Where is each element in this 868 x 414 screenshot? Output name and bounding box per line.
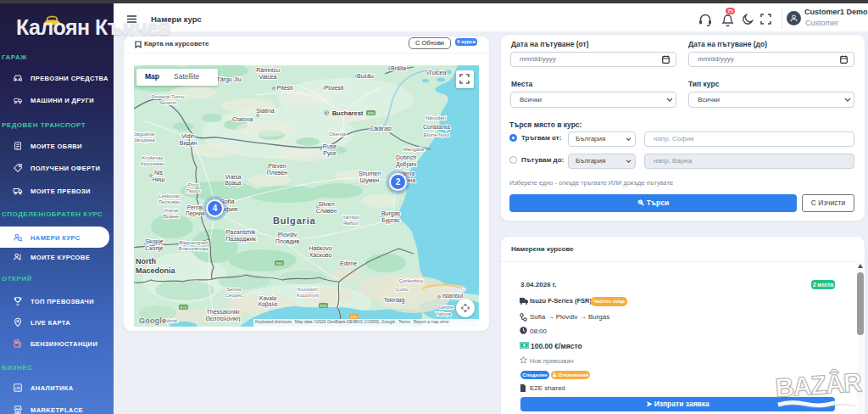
svg-text:Veria: Veria [165,318,177,323]
svg-text:Năvodari: Năvodari [426,115,446,120]
svg-text:Tekirdağ: Tekirdağ [384,297,405,304]
svg-text:Сливен: Сливен [316,208,337,214]
svg-text:Враца: Враца [225,180,242,187]
svg-text:E85: E85 [368,111,375,115]
svg-text:Бургас: Бургас [381,217,400,224]
svg-text:Bucharest: Bucharest [332,109,364,117]
svg-text:Gebze: Gebze [438,305,453,310]
svg-text:Шумен: Шумен [360,177,380,184]
svg-text:Vranje: Vranje [164,208,179,213]
svg-text:Благоевград: Благоевград [179,246,209,251]
svg-text:Serres: Serres [226,287,242,292]
svg-text:Vratsa: Vratsa [225,174,242,180]
svg-text:Râmnicu: Râmnicu [256,67,280,73]
svg-text:Перник: Перник [186,210,204,217]
svg-text:Καβάλα: Καβάλα [259,301,278,308]
svg-text:Pernik: Pernik [187,204,203,210]
svg-text:Călărași: Călărași [370,126,392,132]
svg-text:E90: E90 [320,304,327,308]
svg-text:Dobrich: Dobrich [396,154,416,160]
svg-text:Врање: Врање [164,214,181,219]
svg-text:Vidin: Vidin [181,133,195,139]
svg-text:E75: E75 [181,305,187,310]
svg-text:Крушевац: Крушевац [141,161,164,166]
svg-text:Ниш: Ниш [153,176,165,182]
svg-text:Yalova: Yalova [436,311,452,316]
svg-text:Pirot: Pirot [188,182,199,187]
svg-text:Skopje: Skopje [145,238,164,245]
svg-text:Плевен: Плевен [267,170,288,176]
svg-text:Shumen: Shumen [359,171,381,176]
svg-text:Thessaloniki: Thessaloniki [207,309,240,315]
svg-text:Haskovo: Haskovo [309,245,331,251]
svg-text:D20: D20 [351,315,358,319]
svg-text:Пловдив: Пловдив [275,238,300,245]
svg-text:Ruse: Ruse [323,143,337,149]
svg-text:Plovdiv: Plovdiv [278,232,298,238]
svg-text:Craiova: Craiova [232,116,253,122]
svg-text:Ямбол: Ямбол [343,221,359,226]
svg-text:Ploiești: Ploiești [325,85,344,92]
svg-text:Edirne: Edirne [340,260,357,266]
svg-text:Серрес: Серрес [225,293,243,298]
svg-text:E80: E80 [276,261,283,266]
svg-text:Târgu Jiu: Târgu Jiu [216,76,241,83]
svg-text:Drobeta-Turnu: Drobeta-Turnu [152,94,185,99]
svg-text:Русе: Русе [323,150,337,157]
svg-text:Severin: Severin [159,100,176,105]
svg-text:Pazardzhik: Pazardzhik [226,229,256,235]
svg-text:Oltenija: Oltenija [329,131,347,137]
svg-text:Komotini: Komotini [298,287,317,292]
svg-text:Видин: Видин [180,140,198,147]
svg-text:Çerkezköy: Çerkezköy [399,278,423,283]
svg-text:Κομοτηνή: Κομοτηνή [297,293,319,298]
svg-text:Tulcea: Tulcea [429,70,447,76]
svg-text:Пазарджик: Пазарджик [225,236,256,243]
svg-text:Bulgaria: Bulgaria [273,215,315,226]
svg-text:Eforie Nord: Eforie Nord [424,132,449,137]
svg-text:Yambol: Yambol [342,215,359,220]
svg-text:Pleven: Pleven [268,163,287,169]
svg-text:Macedonia: Macedonia [136,266,176,275]
svg-text:Leskovac: Leskovac [159,193,180,199]
svg-text:Blagoevgrad: Blagoevgrad [179,240,208,245]
svg-text:Добрич: Добрич [396,161,417,168]
svg-text:Çorlu: Çorlu [396,287,408,292]
svg-text:Sliven: Sliven [318,201,334,207]
svg-text:Kruševac: Kruševac [142,155,163,160]
svg-text:Хасково: Хасково [309,252,332,258]
svg-text:Θεσσαλονίκη: Θεσσαλονίκη [206,316,241,322]
svg-text:North: North [136,257,156,266]
svg-text:Valcea: Valcea [259,74,277,80]
svg-text:Лесковац: Лесковац [159,199,181,204]
svg-text:Mangalia: Mangalia [403,147,425,152]
svg-text:Скопје: Скопје [145,245,163,252]
svg-text:Slatina: Slatina [256,108,275,114]
svg-text:Brăila: Brăila [391,65,406,71]
svg-text:Buzău: Buzău [357,73,374,79]
svg-text:Jagodina: Jagodina [134,131,155,137]
svg-text:Niš: Niš [154,170,164,176]
svg-text:Јагодина: Јагодина [134,137,155,143]
svg-text:Kavala: Kavala [259,295,276,301]
svg-text:Pitești: Pitești [276,85,293,92]
svg-text:Burgas: Burgas [381,210,401,217]
svg-text:Пирот: Пирот [186,188,201,193]
svg-text:Constanța: Constanța [423,124,450,131]
svg-text:Istanbul: Istanbul [442,293,464,299]
